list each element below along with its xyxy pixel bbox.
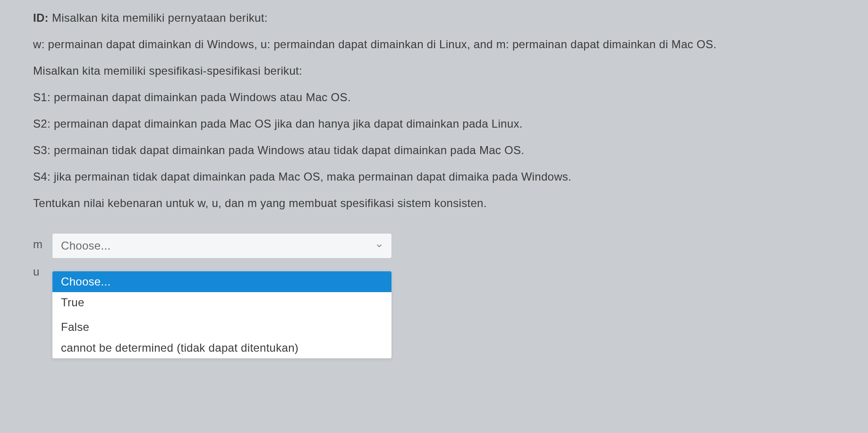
dropdown-option-cannot[interactable]: cannot be determined (tidak dapat ditent… (52, 338, 391, 358)
question-intro-line: ID: Misalkan kita memiliki pernyataan be… (33, 9, 835, 26)
select-m[interactable]: Choose... (52, 233, 392, 259)
id-label: ID: (33, 11, 49, 24)
label-u: u (33, 262, 52, 359)
intro-text: Misalkan kita memiliki pernyataan beriku… (52, 11, 268, 24)
select-m-container: Choose... (52, 233, 392, 259)
prompt-text: Tentukan nilai kebenaran untuk w, u, dan… (33, 195, 835, 212)
select-m-value: Choose... (61, 239, 111, 252)
spec-intro-text: Misalkan kita memiliki spesifikasi-spesi… (33, 62, 835, 79)
answer-section: m Choose... u Choose... True w False can… (33, 233, 835, 359)
question-block: ID: Misalkan kita memiliki pernyataan be… (33, 9, 835, 212)
dropdown-option-true[interactable]: True (52, 292, 391, 313)
spec-s3: S3: permainan tidak dapat dimainkan pada… (33, 142, 835, 159)
dropdown-option-choose[interactable]: Choose... (52, 271, 391, 292)
spec-s1: S1: permainan dapat dimainkan pada Windo… (33, 89, 835, 106)
definitions-text: w: permainan dapat dimainkan di Windows,… (33, 36, 835, 53)
label-m: m (33, 233, 52, 251)
dropdown-option-false[interactable]: False (52, 317, 391, 338)
answer-row-u: u Choose... True w False cannot be deter… (33, 262, 835, 359)
select-m-dropdown[interactable]: Choose... True w False cannot be determi… (52, 271, 392, 359)
answer-row-m: m Choose... (33, 233, 835, 259)
spec-s2: S2: permainan dapat dimainkan pada Mac O… (33, 115, 835, 132)
spec-s4: S4: jika permainan tidak dapat dimainkan… (33, 168, 835, 185)
chevron-down-icon (375, 239, 383, 252)
